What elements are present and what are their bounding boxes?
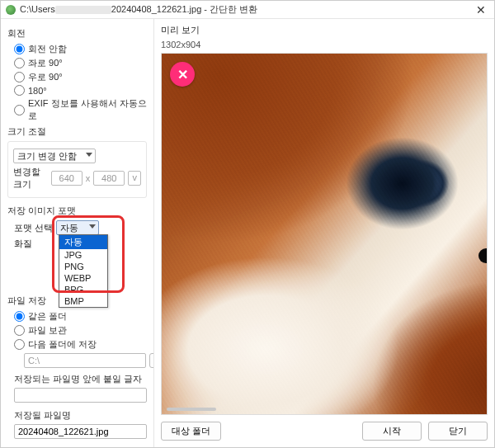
rotation-group-title: 회전 <box>7 27 147 40</box>
preview-image-box[interactable]: ✕ <box>161 53 488 415</box>
app-icon <box>6 5 16 15</box>
preview-panel: 미리 보기 1302x904 ✕ 대상 폴더 시작 닫기 <box>154 19 494 447</box>
save-path-input[interactable] <box>24 353 146 368</box>
chevron-down-icon <box>89 224 96 229</box>
format-dropdown[interactable]: 자동 JPG PNG WEBP BPG BMP <box>59 234 108 308</box>
format-option-bpg[interactable]: BPG <box>59 284 107 295</box>
rotation-right90-radio[interactable] <box>14 72 25 83</box>
rotation-exif-radio[interactable] <box>14 105 25 116</box>
rotation-none-radio[interactable] <box>14 44 25 54</box>
bottom-bar: 대상 폴더 시작 닫기 <box>161 415 488 441</box>
format-group-title: 저장 이미지 포맷 <box>7 205 147 217</box>
rotation-right90[interactable]: 우로 90° <box>14 71 147 83</box>
path-redacted <box>55 6 111 14</box>
preview-edge-dot <box>478 248 488 263</box>
filename-prefix-input[interactable] <box>14 388 147 403</box>
close-icon[interactable]: ✕ <box>473 3 489 17</box>
format-quality-label: 화질 <box>14 238 32 250</box>
resize-mode-select[interactable]: 크기 변경 안함 <box>13 149 96 163</box>
rotation-none[interactable]: 회전 안함 <box>14 43 147 55</box>
preview-dimensions: 1302x904 <box>161 40 488 50</box>
titlebar: C:\Users20240408_122621.jpg - 간단한 변환 ✕ <box>1 1 494 19</box>
resize-width-input[interactable] <box>51 171 82 186</box>
settings-panel: 회전 회전 안함 좌로 90° 우로 90° 180° EXIF 정보를 사용해… <box>1 19 154 447</box>
chevron-down-icon <box>86 153 92 157</box>
save-next-folder[interactable]: 다음 폴더에 저장 <box>14 338 147 351</box>
rotation-left90[interactable]: 좌로 90° <box>14 57 147 69</box>
rotation-exif[interactable]: EXIF 정보를 사용해서 자동으로 <box>14 97 147 122</box>
format-select[interactable]: 자동 <box>56 220 99 235</box>
preview-close-badge[interactable]: ✕ <box>170 62 195 87</box>
save-keep-radio[interactable] <box>14 325 25 336</box>
window-title: C:\Users20240408_122621.jpg - 간단한 변환 <box>20 3 473 16</box>
result-filename <box>14 424 147 439</box>
resize-unit[interactable]: v <box>128 171 141 186</box>
x-icon: ✕ <box>177 67 188 83</box>
format-option-png[interactable]: PNG <box>59 261 107 272</box>
resize-target-label: 변경할 크기 <box>13 166 48 191</box>
result-filename-label: 저장될 파일명 <box>14 409 147 422</box>
format-select-label: 포맷 선택 <box>14 222 53 234</box>
preview-image <box>162 54 487 414</box>
preview-label: 미리 보기 <box>161 24 488 36</box>
resize-group-title: 크기 조절 <box>7 125 147 138</box>
resize-height-input[interactable] <box>93 171 125 186</box>
format-option-webp[interactable]: WEBP <box>59 272 107 284</box>
target-folder-button[interactable]: 대상 폴더 <box>161 422 221 441</box>
save-next-folder-radio[interactable] <box>14 339 25 350</box>
format-option-auto[interactable]: 자동 <box>59 235 107 249</box>
rotation-left90-radio[interactable] <box>14 58 25 68</box>
save-keep[interactable]: 파일 보관 <box>14 324 147 337</box>
rotation-180[interactable]: 180° <box>14 85 147 96</box>
format-option-jpg[interactable]: JPG <box>59 249 107 261</box>
filename-prefix-label: 저장되는 파일명 앞에 붙일 글자 <box>14 373 147 385</box>
format-option-bmp[interactable]: BMP <box>59 295 107 307</box>
rotation-180-radio[interactable] <box>14 85 25 96</box>
preview-scrollbar-h[interactable] <box>167 408 216 411</box>
start-button[interactable]: 시작 <box>362 422 422 441</box>
close-button[interactable]: 닫기 <box>428 422 488 441</box>
save-same-folder[interactable]: 같은 폴더 <box>14 310 147 323</box>
save-same-folder-radio[interactable] <box>14 311 25 322</box>
